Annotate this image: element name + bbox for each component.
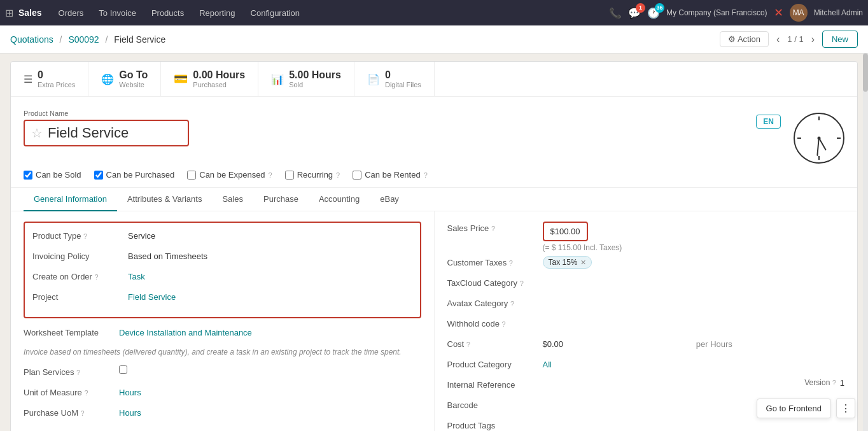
digital-files-stat[interactable]: 📄 0 Digital Files — [354, 62, 435, 96]
digital-files-value: 0 — [385, 69, 421, 81]
more-options-button[interactable]: ⋮ — [836, 398, 855, 418]
avatax-category-label: Avatax Category ? — [447, 297, 543, 308]
plan-services-help-icon[interactable]: ? — [76, 369, 80, 376]
cost-label: Cost ? — [447, 337, 543, 349]
phone-icon[interactable]: 📞 — [609, 7, 622, 19]
plan-services-checkbox[interactable] — [119, 365, 127, 374]
next-nav[interactable]: › — [809, 32, 817, 46]
tax-badge: Tax 15% ✕ — [543, 256, 592, 269]
favorite-star-icon[interactable]: ☆ — [31, 125, 43, 141]
unit-of-measure-value[interactable]: Hours — [119, 386, 421, 397]
stat-bar: ☰ 0 Extra Prices 🌐 Go To Website 💳 0.00 … — [11, 62, 857, 97]
product-title[interactable]: Field Service — [48, 125, 129, 141]
create-on-order-help-icon[interactable]: ? — [95, 273, 99, 281]
purchase-uom-help-icon[interactable]: ? — [81, 409, 85, 417]
plan-services-label: Plan Services ? — [24, 365, 119, 377]
withhold-code-value[interactable] — [543, 317, 845, 319]
purchase-uom-row: Purchase UoM ? Hours — [24, 406, 421, 423]
avatax-category-value[interactable] — [543, 297, 845, 299]
scrollbar-track[interactable] — [863, 53, 868, 431]
product-type-label: Product Type ? — [32, 229, 128, 241]
tax-badge-remove-icon[interactable]: ✕ — [580, 258, 586, 267]
sales-price-value[interactable]: $100.00 — [550, 227, 580, 236]
product-tags-label: Product Tags — [447, 419, 543, 430]
user-name[interactable]: Mitchell Admin — [814, 8, 863, 17]
nav-reporting[interactable]: Reporting — [193, 6, 241, 20]
expensed-help-icon[interactable]: ? — [269, 171, 272, 179]
worksheet-template-value[interactable]: Device Installation and Maintenance — [119, 326, 421, 337]
tab-general-information[interactable]: General Information — [24, 188, 117, 211]
customer-taxes-help-icon[interactable]: ? — [509, 259, 513, 267]
tab-attributes-variants[interactable]: Attributes & Variants — [117, 188, 213, 211]
breadcrumb-current: Field Service — [114, 34, 165, 45]
can-be-purchased-checkbox[interactable]: Can be Purchased — [94, 170, 175, 180]
version-help-icon[interactable]: ? — [832, 379, 836, 386]
new-button[interactable]: New — [822, 31, 858, 48]
taxcloud-help-icon[interactable]: ? — [520, 279, 524, 287]
can-be-rented-checkbox[interactable]: Can be Rented ? — [353, 170, 428, 180]
avatax-help-icon[interactable]: ? — [510, 300, 514, 307]
digital-files-label: Digital Files — [385, 81, 421, 88]
product-name-box: ☆ Field Service — [24, 120, 189, 146]
hours-purchased-stat[interactable]: 💳 0.00 Hours Purchased — [161, 62, 258, 96]
pagination: 1 / 1 — [787, 34, 803, 44]
extra-prices-stat[interactable]: ☰ 0 Extra Prices — [11, 62, 88, 96]
can-be-expensed-checkbox[interactable]: Can be Expensed ? — [187, 170, 272, 180]
extra-prices-value: 0 — [38, 69, 75, 81]
nav-orders[interactable]: Orders — [52, 6, 90, 20]
activity-icon[interactable]: 🕐 36 — [647, 7, 660, 19]
withhold-code-row: Withhold code ? — [447, 317, 845, 334]
product-card: ☰ 0 Extra Prices 🌐 Go To Website 💳 0.00 … — [10, 61, 858, 431]
cost-help-icon[interactable]: ? — [466, 341, 470, 348]
language-badge[interactable]: EN — [756, 115, 781, 129]
grid-icon[interactable]: ⊞ — [5, 7, 13, 19]
product-type-help-icon[interactable]: ? — [83, 232, 87, 240]
invoicing-policy-label: Invoicing Policy — [32, 250, 128, 261]
prev-nav[interactable]: ‹ — [774, 32, 782, 46]
tab-ebay[interactable]: eBay — [370, 188, 409, 211]
breadcrumb-s00092[interactable]: S00092 — [68, 34, 99, 45]
breadcrumb-quotations[interactable]: Quotations — [10, 34, 53, 45]
create-on-order-value[interactable]: Task — [128, 270, 412, 281]
chat-icon[interactable]: 💬 1 — [628, 7, 641, 19]
nav-configuration[interactable]: Configuration — [244, 6, 306, 20]
product-tags-value[interactable] — [543, 419, 845, 421]
scrollbar-thumb[interactable] — [863, 53, 868, 92]
go-to-website-stat[interactable]: 🌐 Go To Website — [88, 62, 161, 96]
product-category-value[interactable]: All — [543, 358, 845, 369]
purchase-uom-value[interactable]: Hours — [119, 406, 421, 418]
rented-help-icon[interactable]: ? — [424, 171, 428, 179]
action-button[interactable]: ⚙ Action — [720, 31, 769, 47]
hours-sold-value: 5.00 Hours — [289, 69, 341, 81]
plan-services-row: Plan Services ? — [24, 365, 421, 382]
create-on-order-label: Create on Order ? — [32, 270, 128, 281]
sales-price-help-icon[interactable]: ? — [491, 225, 495, 232]
unit-of-measure-row: Unit of Measure ? Hours — [24, 386, 421, 402]
cost-value[interactable]: $0.00 — [543, 337, 691, 349]
tab-purchase[interactable]: Purchase — [253, 188, 309, 211]
nav-to-invoice[interactable]: To Invoice — [92, 6, 143, 20]
product-type-row: Product Type ? Service — [32, 229, 412, 246]
internal-reference-value[interactable] — [543, 378, 805, 380]
user-avatar[interactable]: MA — [790, 4, 808, 22]
unit-of-measure-help-icon[interactable]: ? — [84, 389, 88, 397]
taxcloud-category-value[interactable] — [543, 276, 845, 278]
main-content: ☰ 0 Extra Prices 🌐 Go To Website 💳 0.00 … — [0, 53, 868, 431]
withhold-help-icon[interactable]: ? — [502, 320, 506, 328]
company-name[interactable]: My Company (San Francisco) — [666, 8, 767, 17]
goto-frontend-button[interactable]: Go to Frontend — [757, 399, 831, 418]
project-value[interactable]: Field Service — [128, 290, 412, 302]
internal-reference-row: Internal Reference Version ? 1 — [447, 378, 845, 395]
hours-sold-stat[interactable]: 📊 5.00 Hours Sold — [258, 62, 354, 96]
tab-accounting[interactable]: Accounting — [309, 188, 370, 211]
app-name[interactable]: Sales — [18, 8, 42, 18]
document-icon: 📄 — [367, 73, 380, 85]
invoicing-policy-value: Based on Timesheets — [128, 250, 412, 261]
recurring-help-icon[interactable]: ? — [336, 171, 340, 179]
tab-sales[interactable]: Sales — [212, 188, 253, 211]
product-name-label: Product Name — [24, 110, 756, 117]
hours-sold-label: Sold — [289, 81, 341, 88]
can-be-sold-checkbox[interactable]: Can be Sold — [24, 170, 81, 180]
recurring-checkbox[interactable]: Recurring ? — [285, 170, 340, 180]
nav-products[interactable]: Products — [145, 6, 190, 20]
